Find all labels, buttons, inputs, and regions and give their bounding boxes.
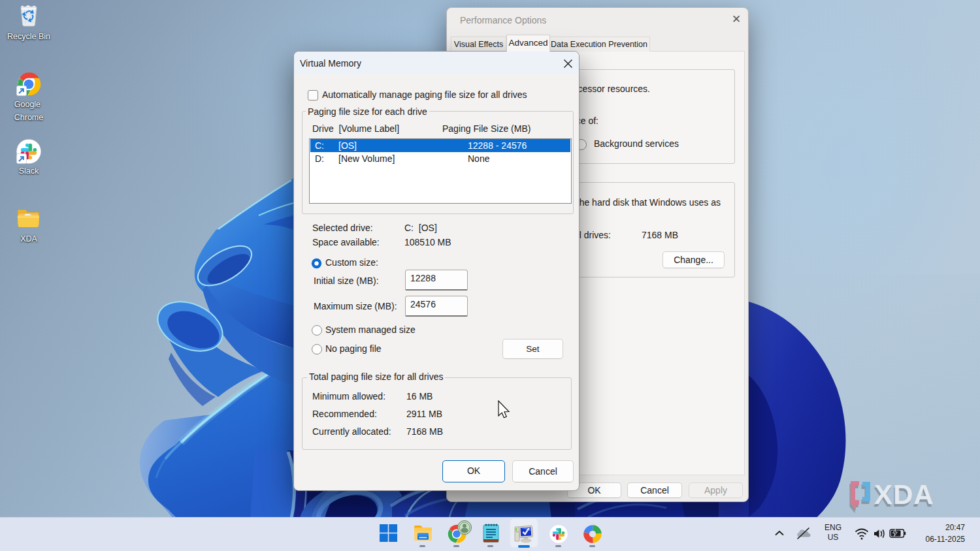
svg-text:XDA: XDA: [874, 479, 934, 510]
